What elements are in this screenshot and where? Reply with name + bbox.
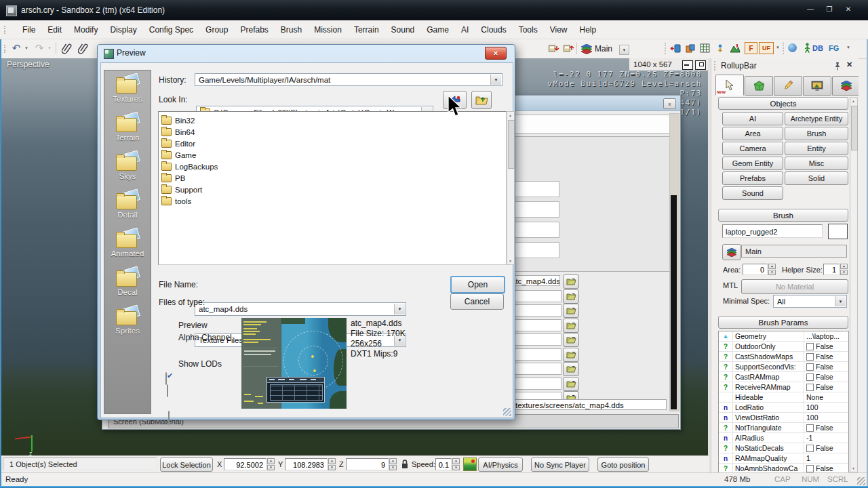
menu-terrain[interactable]: Terrain <box>348 25 385 35</box>
param-row-nostaticdecals[interactable]: ?NoStaticDecalsFalse <box>719 443 848 453</box>
x-coord-spinner[interactable]: ▲▼ <box>267 458 275 470</box>
minimal-spec-combobox[interactable]: All ▼ <box>773 295 847 308</box>
minimize-button[interactable]: — <box>802 4 818 14</box>
param-row-nottriangulate[interactable]: ?NotTriangulateFalse <box>719 423 848 433</box>
brush-rollup-header[interactable]: Brush <box>718 209 848 222</box>
object-button-area[interactable]: Area <box>722 127 783 140</box>
sidebar-item-skys[interactable]: Skys <box>104 152 151 190</box>
texture-browse-button[interactable] <box>563 333 579 347</box>
freeze-button[interactable]: F <box>745 42 757 54</box>
dialog-close-button[interactable]: ✕ <box>485 47 507 60</box>
object-button-misc[interactable]: Misc <box>785 157 848 170</box>
objects-rollup-header[interactable]: Objects <box>718 97 848 110</box>
pin-icon[interactable] <box>834 61 841 73</box>
minimal-spec-dropdown-icon[interactable]: ▼ <box>835 296 846 306</box>
file-list[interactable]: Bin32 Bin64 Editor Game LogBackups PB Su… <box>158 111 507 265</box>
param-row-castshadowmaps[interactable]: ?CastShadowMapsFalse <box>719 352 848 362</box>
texture-browse-button[interactable] <box>563 319 579 333</box>
tab-modelling[interactable] <box>774 76 802 96</box>
helper-size-spinner[interactable]: ▲▼ <box>840 264 848 275</box>
toolbar-overflow-icon[interactable]: ▼ <box>776 45 780 49</box>
param-checkbox[interactable] <box>806 465 814 472</box>
lock-axis-icon[interactable] <box>401 459 409 472</box>
file-name-dropdown-icon[interactable]: ▼ <box>394 304 405 314</box>
material-window-close-icon[interactable]: x <box>663 98 676 109</box>
object-button-geom-entity[interactable]: Geom Entity <box>722 157 783 170</box>
layer-picker-button[interactable] <box>722 244 741 260</box>
param-row-geometry[interactable]: ▲Geometry...\laptop... <box>719 331 848 342</box>
menu-display[interactable]: Display <box>104 25 142 35</box>
material-window-scrollbar[interactable] <box>669 113 679 411</box>
toolbar-overflow-icon[interactable]: ▼ <box>846 45 850 49</box>
area-field[interactable]: 0 <box>743 264 768 275</box>
layers-icon[interactable] <box>580 41 593 56</box>
unlink-icon[interactable] <box>76 41 90 56</box>
export-file-icon[interactable] <box>547 41 560 56</box>
link-icon[interactable] <box>60 41 73 56</box>
param-row-castrammap[interactable]: ?CastRAMmapFalse <box>719 372 848 382</box>
tab-terrain[interactable] <box>745 76 773 96</box>
param-row-rammapquality[interactable]: nRAMmapQuality1 <box>719 453 848 464</box>
object-button-sound[interactable]: Sound <box>722 186 783 200</box>
rollupbar-scrollbar[interactable]: ▲ ▼ <box>850 97 858 472</box>
texture-browse-button[interactable] <box>563 304 579 318</box>
param-checkbox[interactable] <box>806 373 814 381</box>
redo-icon[interactable]: ↷ <box>33 41 46 56</box>
texture-browse-button[interactable] <box>563 362 579 376</box>
cancel-button[interactable]: Cancel <box>450 293 504 310</box>
dialog-resize-grip[interactable] <box>503 408 511 416</box>
up-folder-button[interactable] <box>471 91 492 109</box>
param-checkbox[interactable] <box>806 343 814 350</box>
safe-frame-icon[interactable] <box>682 60 693 70</box>
y-coord-field[interactable]: 108.2983 <box>285 458 328 470</box>
tab-objects[interactable]: NEW <box>715 75 744 96</box>
menu-sound[interactable]: Sound <box>385 25 421 35</box>
menu-modify[interactable]: Modify <box>68 25 104 35</box>
menu-config-spec[interactable]: Config Spec <box>143 25 199 35</box>
param-checkbox[interactable] <box>806 445 814 452</box>
import-file-icon[interactable] <box>561 41 575 56</box>
sidebar-item-sprites[interactable]: Sprites <box>104 306 151 345</box>
object-button-archetype-entity[interactable]: Archetype Entity <box>785 112 848 125</box>
history-dropdown-icon[interactable]: ▼ <box>490 75 501 85</box>
param-checkbox[interactable] <box>806 384 814 391</box>
open-button[interactable]: Open <box>450 276 505 293</box>
sidebar-item-decal[interactable]: Decal <box>104 268 151 306</box>
undo-dropdown-icon[interactable]: ▼ <box>24 46 28 50</box>
param-row-lodratio[interactable]: nLodRatio100 <box>719 403 848 413</box>
menu-clouds[interactable]: Clouds <box>475 25 512 35</box>
select-mode-icon[interactable] <box>684 41 697 56</box>
menu-group[interactable]: Group <box>199 25 234 35</box>
mtl-button[interactable]: No Material <box>741 279 848 294</box>
menu-brush[interactable]: Brush <box>275 25 308 35</box>
brush-name-field[interactable]: laptop_rugged2 <box>722 224 823 238</box>
lock-selection-button[interactable]: Lock Selection <box>160 458 213 472</box>
alpha-channel-checkbox[interactable] <box>167 384 168 397</box>
texture-browse-button[interactable] <box>563 289 579 304</box>
no-sync-player-button[interactable]: No Sync Player <box>531 458 589 472</box>
goto-position-button[interactable]: Goto position <box>597 458 649 472</box>
texture-browse-button[interactable] <box>563 377 579 391</box>
menu-tools[interactable]: Tools <box>513 25 544 35</box>
unfreeze-button[interactable]: UF <box>759 42 774 54</box>
database-view-button[interactable]: DB <box>812 44 823 52</box>
tab-layers[interactable] <box>832 76 859 96</box>
drop-object-icon[interactable] <box>713 41 727 56</box>
param-row-noambshadowcaster[interactable]: ?NoAmnbShadowCaFalse <box>719 464 848 472</box>
list-item[interactable]: tools <box>159 195 506 207</box>
terrain-tool-icon[interactable] <box>728 41 742 56</box>
menu-ai[interactable]: AI <box>455 25 475 35</box>
terrain-collision-icon[interactable] <box>463 458 477 471</box>
maximize-button[interactable]: ❐ <box>821 4 837 14</box>
tab-display[interactable] <box>803 76 831 96</box>
file-name-combobox[interactable]: atc_map4.dds ▼ <box>195 302 406 316</box>
sidebar-item-detail[interactable]: Detail <box>104 190 151 229</box>
physics-sphere-icon[interactable] <box>788 43 797 52</box>
list-item[interactable]: LogBackups <box>159 161 506 172</box>
undo-icon[interactable]: ↶ <box>9 41 23 56</box>
speed-field[interactable]: 0.1 <box>435 458 452 470</box>
param-row-receiverammap[interactable]: ?ReceiveRAMmapFalse <box>719 382 848 392</box>
z-coord-spinner[interactable]: ▲▼ <box>389 458 397 470</box>
grid-snap-icon[interactable] <box>698 41 712 56</box>
speed-spinner[interactable]: ▲▼ <box>452 458 460 470</box>
